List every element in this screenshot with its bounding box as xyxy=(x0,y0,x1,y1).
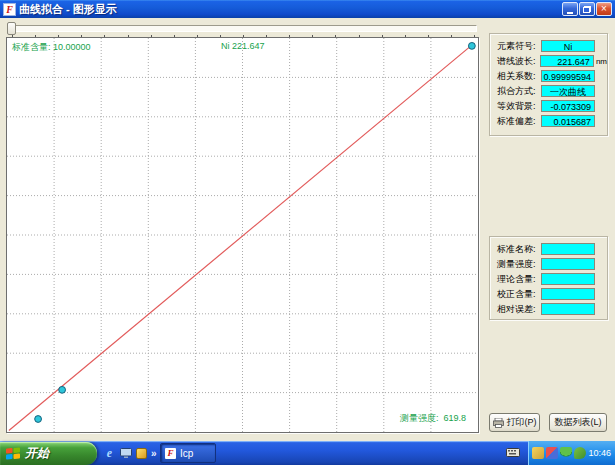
relative-error-field xyxy=(541,303,595,315)
corrected-content-field xyxy=(541,288,595,300)
standard-name-field xyxy=(541,243,595,255)
start-button[interactable]: 开始 xyxy=(0,442,97,465)
internet-explorer-icon[interactable]: e xyxy=(103,447,116,460)
print-button[interactable]: 打印(P) xyxy=(489,413,540,432)
result-row: 谱线波长: 221.647 nm xyxy=(497,55,607,67)
field-label: 理论含量: xyxy=(497,273,541,286)
icp-app-icon: F xyxy=(165,448,176,459)
field-label: 标准偏差: xyxy=(497,115,541,128)
system-tray: 10:46 xyxy=(528,441,615,465)
field-label: 拟合方式: xyxy=(497,85,541,98)
tray-icon-1[interactable] xyxy=(532,447,544,459)
quick-launch-overflow-chevron[interactable]: » xyxy=(151,448,157,459)
trackbar-thumb[interactable] xyxy=(7,22,16,35)
tray-icon-2[interactable] xyxy=(546,447,558,459)
field-label: 等效背景: xyxy=(497,100,541,113)
field-label: 校正含量: xyxy=(497,288,541,301)
language-keyboard-icon[interactable] xyxy=(506,447,520,458)
taskbar-clock[interactable]: 10:46 xyxy=(588,448,615,458)
detail-row: 校正含量: xyxy=(497,288,607,300)
chart-area: 标准含量: 10.00000 Ni 221.647 测量强度: 619.8 xyxy=(6,37,479,433)
restore-button[interactable] xyxy=(579,2,595,16)
field-label: 相关系数: xyxy=(497,70,541,83)
panel-buttons: 打印(P) 数据列表(L) xyxy=(489,413,610,432)
field-label: 元素符号: xyxy=(497,40,541,53)
taskbar-task-button-icp[interactable]: F Icp xyxy=(160,443,216,463)
data-list-button[interactable]: 数据列表(L) xyxy=(549,413,607,432)
point-details-group: 标准名称: 测量强度: 理论含量: 校正含量: 相对误差: xyxy=(489,236,608,320)
taskbar: 开始 e » F Icp 10:46 xyxy=(0,441,615,465)
restore-icon xyxy=(583,6,591,13)
window-body: 标准含量: 10.00000 Ni 221.647 测量强度: 619.8 元素… xyxy=(0,18,615,441)
measured-intensity-field xyxy=(541,258,595,270)
fit-results-group: 元素符号: Ni 谱线波长: 221.647 nm 相关系数: 0.999995… xyxy=(489,33,608,136)
field-label: 相对误差: xyxy=(497,303,541,316)
measured-intensity-label: 测量强度: 619.8 xyxy=(400,412,466,425)
show-desktop-icon[interactable] xyxy=(119,447,132,460)
fit-method-field: 一次曲线 xyxy=(541,85,595,97)
detail-row: 相对误差: xyxy=(497,303,607,315)
stddev-field: 0.015687 xyxy=(541,115,595,127)
wavelength-field: 221.647 xyxy=(540,55,593,67)
security-tool-icon[interactable] xyxy=(135,447,148,460)
background-field: -0.073309 xyxy=(541,100,595,112)
field-label: 测量强度: xyxy=(497,258,541,271)
window-title: 曲线拟合 - 图形显示 xyxy=(19,2,561,17)
correlation-field: 0.99999594 xyxy=(541,70,595,82)
minimize-button[interactable] xyxy=(562,2,578,16)
element-symbol-field: Ni xyxy=(541,40,595,52)
detail-row: 测量强度: xyxy=(497,258,607,270)
close-button[interactable]: × xyxy=(596,2,612,16)
quick-launch-bar: e » xyxy=(103,445,157,461)
field-label: 谱线波长: xyxy=(497,55,540,68)
result-row: 相关系数: 0.99999594 xyxy=(497,70,607,82)
data-list-button-label: 数据列表(L) xyxy=(555,416,602,429)
app-icon: F xyxy=(3,3,16,16)
chart-canvas xyxy=(7,38,478,432)
field-label: 标准名称: xyxy=(497,243,541,256)
printer-icon xyxy=(493,418,504,428)
results-panel: 元素符号: Ni 谱线波长: 221.647 nm 相关系数: 0.999995… xyxy=(482,18,615,441)
data-point[interactable] xyxy=(59,386,66,393)
minimize-icon xyxy=(567,12,573,14)
theoretical-content-field xyxy=(541,273,595,285)
result-row: 等效背景: -0.073309 xyxy=(497,100,607,112)
unit-label: nm xyxy=(596,57,607,66)
task-button-label: Icp xyxy=(180,448,193,459)
data-point[interactable] xyxy=(35,416,42,423)
detail-row: 标准名称: xyxy=(497,243,607,255)
standard-content-label: 标准含量: 10.00000 xyxy=(12,41,91,54)
tray-icon-4[interactable] xyxy=(574,447,586,459)
data-point[interactable] xyxy=(468,42,475,49)
fit-line xyxy=(9,43,474,430)
tray-icon-umbrella[interactable] xyxy=(560,447,572,459)
series-label: Ni 221.647 xyxy=(221,41,265,51)
start-button-label: 开始 xyxy=(25,445,49,462)
result-row: 标准偏差: 0.015687 xyxy=(497,115,607,127)
title-bar[interactable]: F 曲线拟合 - 图形显示 × xyxy=(0,0,615,18)
detail-row: 理论含量: xyxy=(497,273,607,285)
zoom-trackbar[interactable] xyxy=(4,21,480,37)
trackbar-track[interactable] xyxy=(7,25,477,32)
result-row: 元素符号: Ni xyxy=(497,40,607,52)
windows-flag-icon xyxy=(6,447,21,460)
print-button-label: 打印(P) xyxy=(507,416,537,429)
result-row: 拟合方式: 一次曲线 xyxy=(497,85,607,97)
